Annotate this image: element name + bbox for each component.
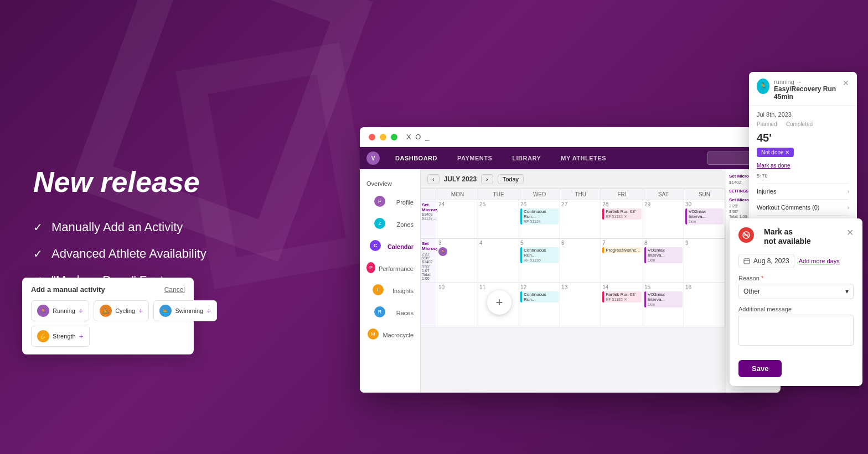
calendar-icon-small	[743, 258, 750, 264]
cal-next-btn[interactable]: ›	[481, 174, 493, 184]
event-w2-fri[interactable]: Progressive/Inc...	[602, 247, 642, 253]
event-w1-wed[interactable]: Continuous Run...RF 51124	[520, 208, 559, 225]
check-icon-2: ✓	[33, 247, 43, 260]
date-input[interactable]: Aug 8, 2023	[738, 254, 794, 268]
sidebar-profile-label: Profile	[396, 199, 414, 206]
strength-plus-icon: +	[79, 332, 84, 341]
cal-cell-thu-w1[interactable]: 27	[560, 200, 601, 239]
popup-workout-title: Easy/Recovery Run 45min	[774, 85, 843, 101]
activity-btn-swimming[interactable]: 🏊 Swimming +	[153, 300, 217, 321]
nav-popup-message-field: Additional message	[738, 306, 854, 348]
sidebar-insights-label: Insights	[392, 288, 414, 294]
cal-today-btn[interactable]: Today	[498, 174, 524, 184]
sidebar-item-performance[interactable]: P Performance	[360, 258, 420, 280]
reason-select[interactable]: Other ▾	[738, 284, 854, 299]
mark-as-done-link[interactable]: Mark as done	[757, 163, 849, 169]
week3-side	[421, 283, 437, 327]
activity-btn-running[interactable]: 🏃 Running +	[31, 300, 89, 321]
close-button[interactable]	[369, 134, 375, 140]
activity-btn-strength[interactable]: 💪 Strength +	[31, 326, 90, 347]
workout-popup-close[interactable]: ✕	[843, 79, 849, 87]
profile-icon: P	[374, 196, 385, 207]
popup-time: 45'	[757, 132, 849, 144]
popup-injuries-section[interactable]: Injuries ›	[757, 183, 849, 199]
event-w1-sun[interactable]: VO2max Interva...1km	[685, 208, 724, 225]
popup-comments-section[interactable]: Workout Comments (0) ›	[757, 199, 849, 215]
cal-cell-sat-w3[interactable]: 15 VO2max Interva...1km	[643, 283, 684, 327]
popup-planned: Planned	[757, 121, 777, 127]
calendar-icon: C	[370, 240, 381, 251]
calendar-main: ‹ JULY 2023 › Today MON TUE WED THU FRI …	[421, 169, 725, 393]
sidebar-macrocycle-label: Macrocycle	[383, 332, 414, 338]
cal-prev-btn[interactable]: ‹	[427, 174, 440, 184]
event-w3-fri[interactable]: Fartlek Run 63'RF 51135 ✕	[602, 291, 642, 302]
cal-cell-wed-w1[interactable]: 26 Continuous Run...RF 51124	[519, 200, 560, 239]
cycling-label: Cycling	[115, 307, 135, 314]
sidebar-item-races[interactable]: R Races	[360, 302, 420, 324]
nav-popup-reason-field: Reason * Other ▾	[738, 275, 854, 299]
event-w1-fri[interactable]: Fartlek Run 63'RF 51133 ✕	[602, 208, 642, 220]
cal-cell-wed-w3[interactable]: 12 Continuous Run...	[519, 283, 560, 327]
event-w2-wed[interactable]: Continuous Run...RF 51195	[520, 247, 559, 263]
sidebar-item-overview[interactable]: Overview	[360, 176, 420, 191]
sidebar-item-zones[interactable]: Z Zones	[360, 213, 420, 236]
cal-cell-mon-w3[interactable]: 10	[437, 283, 478, 327]
event-w3-wed[interactable]: Continuous Run...	[520, 291, 559, 302]
sidebar-item-calendar[interactable]: C Calendar	[360, 236, 420, 258]
add-more-days-link[interactable]: Add more days	[799, 258, 840, 264]
cal-cell-fri-w2[interactable]: 7 Progressive/Inc...	[601, 239, 643, 283]
nav-item-library[interactable]: LIBRARY	[508, 153, 545, 164]
add-popup-title: Add a manual activity	[31, 285, 105, 294]
cal-cell-fri-w1[interactable]: 28 Fartlek Run 63'RF 51133 ✕	[601, 200, 643, 239]
comments-chevron: ›	[848, 205, 849, 211]
macrocycle-icon: M	[368, 328, 379, 340]
cal-cell-tue-w2[interactable]: 4	[478, 239, 519, 283]
nav-popup-header: Mark asnot available ✕	[738, 227, 854, 246]
activity-btn-cycling[interactable]: 🚴 Cycling +	[94, 300, 149, 321]
add-workout-btn[interactable]: +	[487, 290, 512, 315]
cal-cell-mon-w1[interactable]: 24	[437, 200, 478, 239]
minimize-button[interactable]	[380, 134, 386, 140]
nav-item-payments[interactable]: PAYMENTS	[453, 153, 497, 164]
insights-icon: I	[373, 284, 384, 295]
nav-item-dashboard[interactable]: DASHBOARD	[391, 153, 442, 164]
cal-cell-mon-w2[interactable]: 3 🏃	[437, 239, 478, 283]
event-w3-sat[interactable]: VO2max Interva...1km	[644, 291, 683, 307]
cal-month-label: JULY 2023	[444, 175, 477, 183]
col-header-mon: MON	[437, 189, 478, 200]
app-window: X O _ V DASHBOARD PAYMENTS LIBRARY MY AT…	[360, 127, 781, 393]
cal-cell-fri-w3[interactable]: 14 Fartlek Run 63'RF 51135 ✕	[601, 283, 643, 327]
cancel-link[interactable]: Cancel	[164, 286, 185, 294]
popup-header-left: 🏃 running → Easy/Recovery Run 45min	[757, 79, 843, 101]
cal-cell-sat-w2[interactable]: 8 VO2max Interva...1km	[643, 239, 684, 283]
swimming-label: Swimming	[175, 307, 203, 314]
strength-icon: 💪	[37, 330, 49, 342]
cal-cell-tue-w1[interactable]: 25	[478, 200, 519, 239]
save-button[interactable]: Save	[738, 360, 782, 377]
popup-planned-completed: Planned Completed	[757, 121, 849, 127]
maximize-button[interactable]	[391, 134, 397, 140]
window-controls	[369, 134, 397, 140]
cal-cell-sat-w1[interactable]: 29	[643, 200, 684, 239]
cal-cell-thu-w3[interactable]: 13	[560, 283, 601, 327]
cal-cell-sun-w3[interactable]: 16	[684, 283, 725, 327]
col-header-fri: FRI	[601, 189, 643, 200]
injuries-label: Injuries	[757, 188, 776, 195]
nav-item-myathletes[interactable]: MY ATHLETES	[556, 153, 611, 164]
cal-cell-sun-w1[interactable]: 30 VO2max Interva...1km	[684, 200, 725, 239]
event-w2-sat[interactable]: VO2max Interva...1km	[644, 247, 683, 263]
not-done-badge[interactable]: Not done ✕	[757, 148, 794, 157]
cal-cell-thu-w2[interactable]: 6	[560, 239, 601, 283]
feature-item-2: ✓ Advanced Athlete Availability	[33, 247, 321, 261]
additional-message-input[interactable]	[738, 315, 854, 346]
not-done-label: Not done ✕	[761, 149, 789, 155]
required-star: *	[761, 275, 763, 281]
cal-cell-wed-w2[interactable]: 5 Continuous Run...RF 51195	[519, 239, 560, 283]
activity-grid: 🏃 Running + 🚴 Cycling + 🏊 Swimming +	[31, 300, 185, 321]
nav-popup-close[interactable]: ✕	[846, 227, 854, 238]
popup-sport-icon: 🏃	[757, 79, 769, 94]
cal-cell-sun-w2[interactable]: 9	[684, 239, 725, 283]
sidebar-item-insights[interactable]: I Insights	[360, 280, 420, 302]
sidebar-item-macrocycle[interactable]: M Macrocycle	[360, 324, 420, 346]
sidebar-item-profile[interactable]: P Profile	[360, 191, 420, 213]
